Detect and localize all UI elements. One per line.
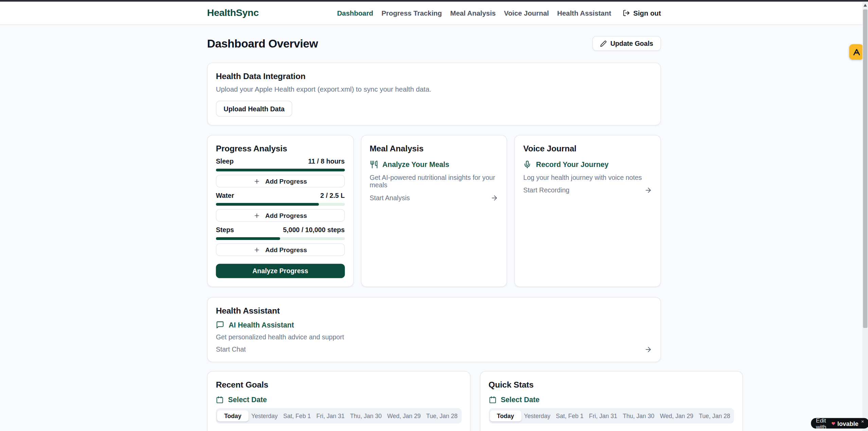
plus-icon (253, 212, 260, 219)
nav-dashboard[interactable]: Dashboard (337, 9, 373, 17)
start-analysis-action[interactable]: Start Analysis (370, 194, 498, 202)
add-progress-label: Add Progress (265, 212, 307, 219)
sign-out-label: Sign out (633, 9, 661, 17)
badge-prefix: Edit with (816, 417, 829, 430)
arrow-right-icon (644, 345, 652, 353)
health-data-title: Health Data Integration (216, 71, 652, 81)
ai-health-assistant-link[interactable]: AI Health Assistant (216, 321, 652, 329)
tab-today[interactable]: Today (217, 410, 249, 421)
add-progress-steps-button[interactable]: Add Progress (216, 243, 344, 256)
start-analysis-label: Start Analysis (370, 194, 410, 202)
extension-fab-button[interactable] (849, 44, 864, 60)
progress-analysis-title: Progress Analysis (216, 144, 344, 153)
record-your-journey-link[interactable]: Record Your Journey (523, 161, 652, 169)
lovable-badge[interactable]: Edit with lovable × (811, 418, 868, 429)
nav-health-assistant[interactable]: Health Assistant (557, 9, 611, 17)
app-root: HealthSync Dashboard Progress Tracking M… (0, 0, 868, 431)
heart-icon (831, 420, 835, 427)
metric-steps: Steps 5,000 / 10,000 steps Add Progress (216, 226, 344, 256)
start-recording-label: Start Recording (523, 186, 569, 194)
page-title: Dashboard Overview (207, 37, 318, 50)
utensils-icon (370, 161, 378, 169)
health-assistant-card: Health Assistant AI Health Assistant Get… (207, 297, 661, 362)
health-data-description: Upload your Apple Health export (export.… (216, 86, 652, 94)
metric-value: 2 / 2.5 L (320, 192, 345, 200)
metric-label: Steps (216, 226, 234, 234)
start-chat-action[interactable]: Start Chat (216, 345, 652, 353)
feature-cards-row: Progress Analysis Sleep 11 / 8 hours Add… (207, 135, 661, 287)
select-date-label: Select Date (228, 395, 267, 404)
page-body: Dashboard Overview Update Goals Health D… (0, 25, 868, 431)
tab-yesterday[interactable]: Yesterday (521, 410, 553, 421)
record-your-journey-label: Record Your Journey (536, 161, 608, 169)
health-assistant-description: Get personalized health advice and suppo… (216, 334, 652, 341)
tab-tue-jan-28[interactable]: Tue, Jan 28 (696, 410, 733, 421)
start-recording-action[interactable]: Start Recording (523, 186, 652, 194)
meal-analysis-description: Get AI-powered nutritional insights for … (370, 174, 498, 189)
tab-wed-jan-29[interactable]: Wed, Jan 29 (657, 410, 696, 421)
metric-label: Water (216, 192, 234, 200)
recent-goals-title: Recent Goals (216, 380, 461, 389)
plus-icon (253, 246, 260, 253)
update-goals-label: Update Goals (610, 40, 653, 48)
health-assistant-title: Health Assistant (216, 306, 652, 315)
tab-sat-feb-1[interactable]: Sat, Feb 1 (553, 410, 586, 421)
metric-sleep: Sleep 11 / 8 hours Add Progress (216, 157, 344, 187)
analyze-progress-button[interactable]: Analyze Progress (216, 264, 344, 278)
nav-progress-tracking[interactable]: Progress Tracking (382, 9, 442, 17)
metric-label: Sleep (216, 157, 233, 165)
analyze-your-meals-link[interactable]: Analyze Your Meals (370, 161, 498, 169)
voice-journal-title: Voice Journal (523, 144, 652, 153)
metric-value: 5,000 / 10,000 steps (283, 226, 345, 234)
brand-logo: HealthSync (207, 7, 259, 19)
progress-analysis-card: Progress Analysis Sleep 11 / 8 hours Add… (207, 135, 353, 287)
tab-wed-jan-29[interactable]: Wed, Jan 29 (385, 410, 424, 421)
logout-icon (623, 10, 630, 17)
quick-stats-title: Quick Stats (489, 380, 734, 389)
main-nav: Dashboard Progress Tracking Meal Analysi… (337, 9, 661, 17)
badge-close-icon[interactable]: × (861, 418, 864, 424)
plus-icon (253, 178, 260, 185)
sleep-progress-bar (216, 169, 344, 171)
fab-logo-icon (852, 47, 861, 57)
voice-journal-card: Voice Journal Record Your Journey Log yo… (514, 135, 661, 287)
water-progress-bar (216, 203, 344, 206)
scrollbar-up-arrow-icon[interactable] (863, 2, 868, 8)
tab-thu-jan-30[interactable]: Thu, Jan 30 (347, 410, 384, 421)
sleep-progress-fill (216, 169, 344, 171)
scrollbar[interactable] (863, 2, 868, 431)
calendar-icon (489, 396, 496, 404)
scrollbar-thumb[interactable] (863, 10, 867, 328)
tab-sat-feb-1[interactable]: Sat, Feb 1 (281, 410, 314, 421)
metric-value: 11 / 8 hours (308, 157, 345, 165)
badge-brand: lovable (837, 420, 858, 427)
tab-fri-jan-31[interactable]: Fri, Jan 31 (314, 410, 347, 421)
select-date-label: Select Date (501, 395, 539, 404)
quick-stats-select-date[interactable]: Select Date (489, 395, 734, 404)
chat-bubble-icon (216, 321, 224, 329)
recent-goals-select-date[interactable]: Select Date (216, 395, 461, 404)
quick-stats-date-tabs: Today Yesterday Sat, Feb 1 Fri, Jan 31 T… (489, 408, 734, 424)
tab-yesterday[interactable]: Yesterday (249, 410, 281, 421)
tab-tue-jan-28[interactable]: Tue, Jan 28 (423, 410, 460, 421)
upload-health-data-button[interactable]: Upload Health Data (216, 101, 292, 117)
tab-today[interactable]: Today (490, 410, 521, 421)
steps-progress-bar (216, 237, 344, 240)
recent-goals-card: Recent Goals Select Date Today Yesterday… (207, 371, 470, 431)
arrow-right-icon (491, 194, 498, 202)
add-progress-sleep-button[interactable]: Add Progress (216, 175, 344, 187)
nav-voice-journal[interactable]: Voice Journal (504, 9, 549, 17)
sign-out-button[interactable]: Sign out (623, 9, 661, 17)
app-header: HealthSync Dashboard Progress Tracking M… (0, 2, 868, 25)
add-progress-label: Add Progress (265, 178, 307, 185)
update-goals-button[interactable]: Update Goals (592, 36, 661, 51)
tab-thu-jan-30[interactable]: Thu, Jan 30 (620, 410, 657, 421)
start-chat-label: Start Chat (216, 345, 246, 353)
add-progress-water-button[interactable]: Add Progress (216, 209, 344, 222)
tab-fri-jan-31[interactable]: Fri, Jan 31 (586, 410, 620, 421)
steps-progress-fill (216, 237, 280, 240)
analyze-your-meals-label: Analyze Your Meals (382, 161, 449, 169)
nav-meal-analysis[interactable]: Meal Analysis (450, 9, 496, 17)
meal-analysis-card: Meal Analysis Analyze Your Meals Get AI-… (361, 135, 507, 287)
meal-analysis-title: Meal Analysis (370, 144, 498, 153)
